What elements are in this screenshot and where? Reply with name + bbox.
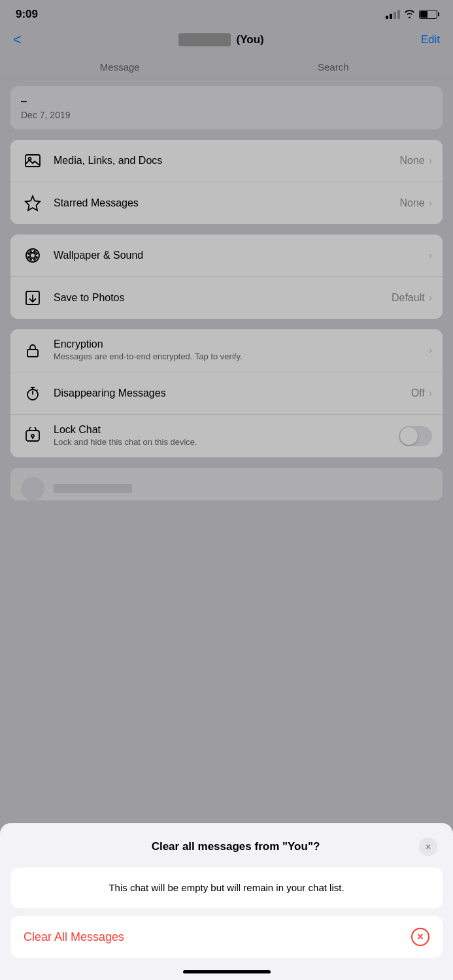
clear-action-label: Clear All Messages <box>24 930 124 944</box>
dialog-body-text: This chat will be empty but will remain … <box>21 881 432 896</box>
sheet-header: Clear all messages from "You"? × <box>0 823 453 868</box>
clear-all-messages-button[interactable]: Clear All Messages × <box>10 916 443 958</box>
dialog-body: This chat will be empty but will remain … <box>10 868 443 909</box>
home-indicator <box>183 970 271 973</box>
clear-action-icon: × <box>411 928 429 946</box>
dialog-close-button[interactable]: × <box>419 838 437 856</box>
bottom-sheet: Clear all messages from "You"? × This ch… <box>0 823 453 981</box>
dialog-title: Clear all messages from "You"? <box>52 840 419 853</box>
